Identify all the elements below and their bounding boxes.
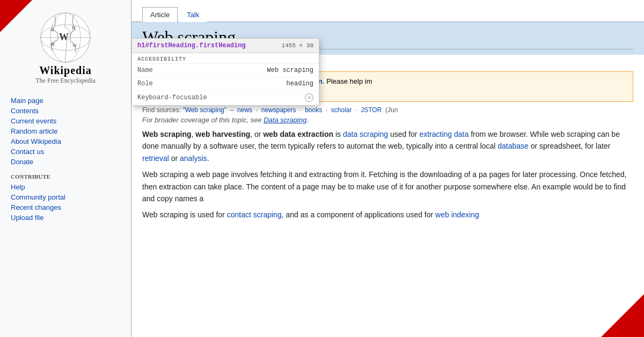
tabs-bar: Article Talk <box>131 0 644 22</box>
database-link[interactable]: database <box>497 142 529 150</box>
tab-article[interactable]: Article <box>142 7 178 22</box>
contribute-section-title: Contribute <box>8 173 123 180</box>
sidebar-item-upload-file[interactable]: Upload file <box>8 213 123 223</box>
article-paragraph-1: Web scraping, web harvesting, or web dat… <box>142 128 633 164</box>
find-sources-label: Find sources: <box>142 106 182 114</box>
sidebar-navigation: Main page Contents Current events Random… <box>0 96 131 229</box>
inspector-header: h1#firstHeading.firstHeading 1455 × 38 <box>132 39 319 53</box>
sidebar-item-community-portal[interactable]: Community portal <box>8 192 123 202</box>
sidebar-item-current-events[interactable]: Current events <box>8 116 123 126</box>
wikipedia-logo: W Ω И 維 W <box>39 11 92 64</box>
svg-text:W: W <box>59 32 69 42</box>
inspector-keyboard-label: Keyboard-focusable <box>137 94 207 101</box>
inspector-row-name: Name Web scraping <box>132 64 319 77</box>
source-books-link[interactable]: books <box>305 106 322 114</box>
source-scholar-link[interactable]: scholar <box>331 106 352 114</box>
web-scraping-bold: Web scraping <box>142 130 192 138</box>
article-area: h1#firstHeading.firstHeading 1455 × 38 A… <box>131 22 644 337</box>
source-web-scraping-link[interactable]: "Web scraping" <box>182 106 226 114</box>
not-keyboard-focusable-icon: ⊘ <box>305 93 313 102</box>
web-data-extraction-bold: web data extraction <box>263 130 333 138</box>
main-content: Article Talk h1#firstHeading.firstHeadin… <box>131 0 644 337</box>
web-harvesting-bold: web harvesting <box>195 130 250 138</box>
wiki-subtitle: The Free Encyclopedia <box>35 77 95 85</box>
sidebar-item-main-page[interactable]: Main page <box>8 96 123 106</box>
tab-talk[interactable]: Talk <box>179 7 207 22</box>
analysis-link[interactable]: analysis <box>180 154 207 163</box>
find-sources-line: Find sources: "Web scraping" – news · ne… <box>142 106 633 114</box>
contribute-nav-section: Contribute Help Community portal Recent … <box>8 173 123 223</box>
data-scraping-link-inline[interactable]: data scraping <box>343 130 388 138</box>
svg-text:W: W <box>72 43 77 48</box>
retrieval-link[interactable]: retrieval <box>142 154 169 163</box>
inspector-dimensions: 1455 × 38 <box>282 42 313 49</box>
broader-topic-line: For broader coverage of this topic, see … <box>142 116 633 124</box>
broader-topic-text: For broader coverage of this topic, see <box>142 116 262 124</box>
sidebar-item-donate[interactable]: Donate <box>8 157 123 167</box>
main-nav-section: Main page Contents Current events Random… <box>8 96 123 167</box>
inspector-role-label: Role <box>137 80 153 87</box>
sources-date-suffix: (Jun <box>384 106 398 114</box>
sidebar-item-recent-changes[interactable]: Recent changes <box>8 202 123 213</box>
svg-text:維: 維 <box>50 42 55 47</box>
svg-text:И: И <box>72 25 76 31</box>
sidebar-item-about-wikipedia[interactable]: About Wikipedia <box>8 136 123 146</box>
source-news-link[interactable]: news <box>237 106 252 114</box>
inspector-role-value: heading <box>287 80 313 87</box>
source-newspapers-link[interactable]: newspapers <box>261 106 296 114</box>
wiki-title: Wikipedia <box>39 64 92 77</box>
sidebar-item-contact-us[interactable]: Contact us <box>8 146 123 157</box>
sidebar-item-random-article[interactable]: Random article <box>8 126 123 136</box>
contact-scraping-link[interactable]: contact scraping <box>227 210 282 219</box>
inspector-section-title: ACCESSIBILITY <box>132 53 319 64</box>
inspector-popup: h1#firstHeading.firstHeading 1455 × 38 A… <box>131 38 319 106</box>
sidebar: W Ω И 維 W Wikipedia The Free Encyclopedi… <box>0 0 131 337</box>
inspector-row-keyboard: Keyboard-focusable ⊘ <box>132 91 319 105</box>
svg-text:Ω: Ω <box>50 27 54 32</box>
sidebar-item-help[interactable]: Help <box>8 182 123 192</box>
inspector-name-label: Name <box>137 67 153 74</box>
inspector-row-role: Role heading <box>132 77 319 91</box>
sidebar-item-contents[interactable]: Contents <box>8 106 123 116</box>
extracting-data-link[interactable]: extracting data <box>419 130 469 138</box>
web-indexing-link[interactable]: web indexing <box>435 210 479 219</box>
article-paragraph-2: Web scraping a web page involves fetchin… <box>142 169 633 204</box>
article-paragraph-3: Web scraping is used for contact scrapin… <box>142 209 633 221</box>
source-jstor-link[interactable]: JSTOR <box>361 106 382 114</box>
inspector-name-value: Web scraping <box>267 67 313 74</box>
inspector-element-name: h1#firstHeading.firstHeading <box>137 42 246 49</box>
page-layout: W Ω И 維 W Wikipedia The Free Encyclopedi… <box>0 0 644 337</box>
data-scraping-link[interactable]: Data scraping <box>264 116 306 124</box>
